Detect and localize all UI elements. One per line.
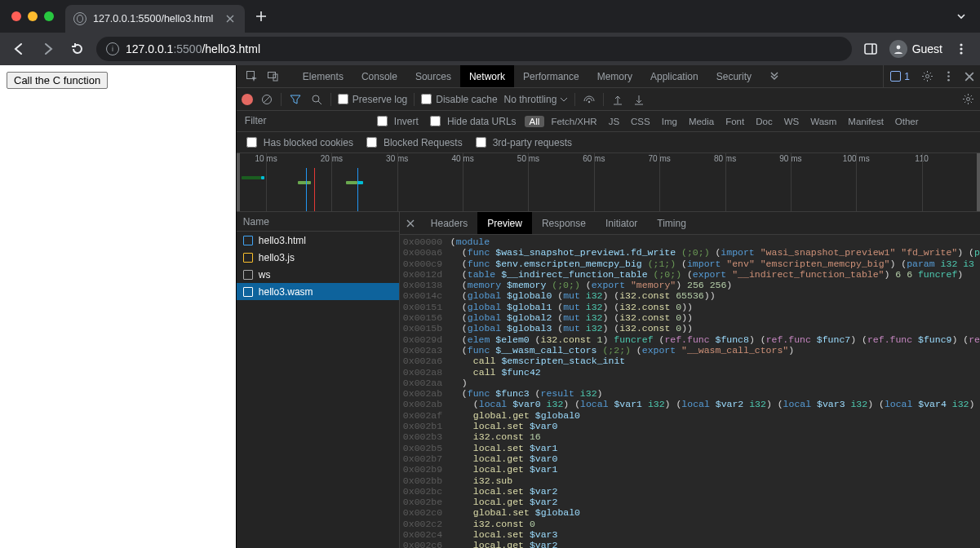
tabs-overflow-button[interactable] bbox=[949, 11, 973, 22]
filter-chip-js[interactable]: JS bbox=[604, 116, 624, 127]
hide-data-urls-checkbox[interactable]: Hide data URLs bbox=[427, 113, 517, 129]
code-line: 0x0012d(table $__indirect_function_table… bbox=[403, 269, 980, 280]
devtools-tab-console[interactable]: Console bbox=[353, 65, 406, 87]
profile-label: Guest bbox=[912, 42, 942, 55]
code-line: 0x002aa) bbox=[403, 378, 980, 388]
code-line: 0x002bbi32.sub bbox=[403, 475, 980, 486]
devtools-menu-button[interactable] bbox=[938, 65, 959, 87]
clear-button[interactable] bbox=[259, 92, 274, 107]
code-line: 0x002b9local.get $var1 bbox=[403, 464, 980, 475]
detail-tab-strip: HeadersPreviewResponseInitiatorTiming bbox=[400, 212, 980, 235]
request-name: hello3.js bbox=[259, 252, 295, 263]
network-toolbar: Preserve log Disable cache No throttling bbox=[237, 88, 980, 111]
js-file-icon bbox=[243, 253, 253, 263]
devtools-tab-elements[interactable]: Elements bbox=[294, 65, 353, 87]
filter-chip-manifest[interactable]: Manifest bbox=[843, 116, 888, 127]
request-row[interactable]: hello3.js bbox=[237, 249, 399, 266]
wasm-preview[interactable]: 0x00000(module0x000a6(func $wasi_snapsho… bbox=[400, 235, 980, 548]
filter-chip-wasm[interactable]: Wasm bbox=[805, 116, 841, 127]
preserve-log-checkbox[interactable]: Preserve log bbox=[338, 94, 407, 105]
code-line: 0x002b5local.set $var1 bbox=[403, 443, 980, 453]
code-line: 0x0014c(global $global0 (mut i32) (i32.c… bbox=[403, 290, 980, 301]
search-icon[interactable] bbox=[309, 92, 324, 107]
throttling-select[interactable]: No throttling bbox=[504, 94, 569, 105]
code-line: 0x0029d(elem $elem0 (i32.const 1) funcre… bbox=[403, 334, 980, 345]
request-name: hello3.wasm bbox=[259, 286, 313, 298]
svg-point-10 bbox=[947, 72, 950, 74]
url-text: 127.0.0.1:5500/hello3.html bbox=[126, 42, 260, 55]
code-line: 0x00156(global $global2 (mut i32) (i32.c… bbox=[403, 312, 980, 323]
profile-button[interactable]: Guest bbox=[889, 40, 942, 58]
devtools-tab-application[interactable]: Application bbox=[641, 65, 707, 87]
filter-row-2: Has blocked cookies Blocked Requests 3rd… bbox=[237, 132, 980, 153]
filter-chip-fetchxhr[interactable]: Fetch/XHR bbox=[546, 116, 601, 127]
request-row[interactable]: ws bbox=[237, 266, 399, 283]
filter-chip-img[interactable]: Img bbox=[657, 116, 682, 127]
window-titlebar: 127.0.0.1:5500/hello3.html bbox=[0, 0, 980, 33]
devtools-tab-memory[interactable]: Memory bbox=[588, 65, 641, 87]
network-conditions-icon[interactable] bbox=[582, 92, 596, 107]
network-timeline[interactable]: 10 ms20 ms30 ms40 ms50 ms60 ms70 ms80 ms… bbox=[237, 153, 980, 212]
inspect-element-button[interactable] bbox=[242, 65, 263, 87]
devtools-close-button[interactable] bbox=[959, 65, 980, 87]
import-har-button[interactable] bbox=[610, 92, 625, 107]
detail-tab-preview[interactable]: Preview bbox=[477, 212, 532, 234]
filter-chip-font[interactable]: Font bbox=[721, 116, 749, 127]
browser-tab[interactable]: 127.0.0.1:5500/hello3.html bbox=[65, 5, 245, 33]
blocked-cookies-checkbox[interactable]: Has blocked cookies bbox=[243, 135, 353, 150]
side-panel-button[interactable] bbox=[860, 38, 881, 60]
forward-button[interactable] bbox=[38, 38, 59, 60]
site-info-icon[interactable]: i bbox=[106, 42, 119, 55]
record-button[interactable] bbox=[242, 94, 253, 105]
request-list-header[interactable]: Name bbox=[237, 212, 399, 232]
chrome-menu-button[interactable] bbox=[951, 38, 972, 60]
third-party-checkbox[interactable]: 3rd-party requests bbox=[472, 135, 572, 150]
filter-chip-doc[interactable]: Doc bbox=[751, 116, 777, 127]
svg-point-20 bbox=[966, 98, 969, 101]
new-tab-button[interactable] bbox=[250, 5, 273, 28]
reload-button[interactable] bbox=[67, 38, 88, 60]
blocked-requests-checkbox[interactable]: Blocked Requests bbox=[363, 135, 463, 150]
filter-input[interactable] bbox=[243, 113, 366, 129]
close-window-button[interactable] bbox=[11, 11, 21, 21]
devtools-tab-security[interactable]: Security bbox=[707, 65, 760, 87]
close-tab-button[interactable] bbox=[224, 12, 237, 25]
minimize-window-button[interactable] bbox=[28, 11, 38, 21]
filter-chip-media[interactable]: Media bbox=[684, 116, 719, 127]
details-close-button[interactable] bbox=[400, 212, 421, 234]
issues-button[interactable]: 1 bbox=[883, 65, 916, 87]
network-settings-button[interactable] bbox=[960, 92, 975, 107]
export-har-button[interactable] bbox=[632, 92, 646, 107]
invert-checkbox[interactable]: Invert bbox=[374, 113, 419, 129]
devtools-tab-performance[interactable]: Performance bbox=[514, 65, 588, 87]
tab-title: 127.0.0.1:5500/hello3.html bbox=[93, 13, 213, 24]
detail-tab-response[interactable]: Response bbox=[532, 212, 596, 234]
back-button[interactable] bbox=[8, 38, 29, 60]
code-line: 0x002ab(local $var0 i32) (local $var1 i3… bbox=[403, 399, 980, 409]
filter-chip-all[interactable]: All bbox=[525, 116, 545, 127]
filter-chip-ws[interactable]: WS bbox=[779, 116, 805, 127]
devtools-settings-button[interactable] bbox=[916, 65, 938, 87]
avatar-icon bbox=[889, 40, 907, 58]
devtools-tab-sources[interactable]: Sources bbox=[406, 65, 460, 87]
html-file-icon bbox=[243, 236, 253, 245]
filter-chip-css[interactable]: CSS bbox=[626, 116, 655, 127]
code-line: 0x002c0global.set $global0 bbox=[403, 507, 980, 518]
request-row[interactable]: hello3.html bbox=[237, 232, 399, 249]
maximize-window-button[interactable] bbox=[44, 11, 54, 21]
detail-tab-timing[interactable]: Timing bbox=[647, 212, 696, 234]
code-line: 0x002c4local.set $var3 bbox=[403, 529, 980, 540]
filter-chip-other[interactable]: Other bbox=[890, 116, 924, 127]
svg-point-15 bbox=[313, 95, 319, 102]
detail-tab-headers[interactable]: Headers bbox=[421, 212, 477, 234]
disable-cache-checkbox[interactable]: Disable cache bbox=[421, 94, 497, 105]
device-toolbar-button[interactable] bbox=[263, 65, 284, 87]
call-c-function-button[interactable]: Call the C function bbox=[7, 72, 108, 89]
request-row[interactable]: hello3.wasm bbox=[237, 283, 399, 300]
devtools-tab-network[interactable]: Network bbox=[460, 65, 514, 87]
omnibox[interactable]: i 127.0.0.1:5500/hello3.html bbox=[96, 37, 852, 61]
filter-icon[interactable] bbox=[288, 92, 303, 107]
devtools-tab-strip: ElementsConsoleSourcesNetworkPerformance… bbox=[237, 65, 980, 88]
more-tabs-button[interactable] bbox=[764, 65, 785, 87]
detail-tab-initiator[interactable]: Initiator bbox=[596, 212, 647, 234]
